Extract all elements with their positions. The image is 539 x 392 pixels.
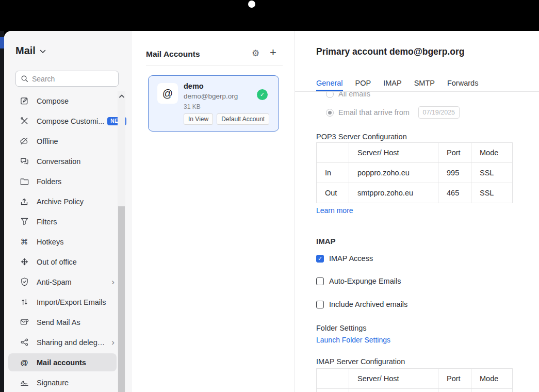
- conversation-icon: [20, 157, 29, 166]
- sidebar-scrollbar[interactable]: [118, 91, 125, 392]
- sidebar-item-label: Hotkeys: [37, 238, 63, 246]
- sidebar-item-compose[interactable]: Compose: [4, 91, 132, 111]
- checkbox-unchecked-icon[interactable]: [316, 277, 324, 285]
- sidebar-item-compose-customization[interactable]: Compose Customi... NEW: [4, 111, 132, 131]
- radio-all-emails[interactable]: All emails: [326, 92, 370, 98]
- filter-icon: [20, 217, 29, 226]
- sidebar-item-anti-spam[interactable]: Anti-Spam ›: [4, 272, 132, 292]
- cell: SSL: [471, 183, 513, 203]
- chevron-down-icon: [40, 50, 46, 54]
- search-icon: [21, 75, 28, 83]
- cell: [317, 389, 349, 392]
- account-size: 31 KB: [184, 103, 201, 110]
- sidebar-item-folders[interactable]: Folders: [4, 171, 132, 191]
- checkbox-label: Include Archived emails: [329, 300, 407, 308]
- imap-config-table: Server/ Host Port Mode: [316, 368, 513, 392]
- sidebar-item-label: Import/Export Emails: [37, 298, 106, 306]
- command-icon: ⌘: [20, 237, 29, 247]
- radio-email-arrive-from[interactable]: Email that arrive from: [326, 106, 460, 119]
- scrollbar-thumb[interactable]: [118, 206, 125, 392]
- sidebar-title[interactable]: Mail: [15, 45, 46, 57]
- header-cell: Port: [438, 369, 471, 389]
- sidebar-item-mail-accounts[interactable]: @ Mail accounts: [4, 352, 132, 372]
- tab-content: All emails Email that arrive from POP3 S…: [295, 92, 539, 392]
- account-badges: In View Default Account: [184, 113, 269, 125]
- header-cell: [317, 143, 349, 163]
- gear-icon[interactable]: ⚙: [252, 48, 259, 59]
- account-card[interactable]: @ demo demo@bgerp.org 31 KB In View Defa…: [148, 75, 279, 132]
- radio-icon[interactable]: [326, 109, 334, 117]
- sidebar-item-label: Send Mail As: [37, 318, 80, 326]
- cell: 995: [438, 163, 471, 183]
- sidebar-item-import-export[interactable]: Import/Export Emails: [4, 292, 132, 312]
- header-cell: Mode: [471, 143, 513, 163]
- sidebar-item-sharing-delegation[interactable]: Sharing and delegation ›: [4, 332, 132, 352]
- checkbox-auto-expunge[interactable]: Auto-Expunge Emails: [316, 277, 401, 285]
- scroll-up-icon[interactable]: [118, 92, 125, 100]
- cell: [349, 389, 438, 392]
- checkbox-label: Auto-Expunge Emails: [329, 277, 401, 285]
- sidebar-item-label: Conversation: [37, 157, 80, 166]
- offline-icon: [20, 137, 29, 146]
- sidebar-item-label: Folders: [37, 177, 61, 186]
- checkbox-checked-icon[interactable]: ✓: [316, 255, 324, 263]
- account-avatar: @: [157, 83, 178, 104]
- tab-pop[interactable]: POP: [355, 79, 371, 91]
- page-title: Primary account demo@bgerp.org: [316, 46, 464, 57]
- sidebar-item-signature[interactable]: Signature: [4, 372, 132, 392]
- sidebar-item-label: Filters: [37, 218, 57, 226]
- imap-server-config-heading: IMAP Server Configuration: [316, 357, 405, 366]
- cell: In: [317, 163, 349, 183]
- tab-general[interactable]: General: [316, 79, 343, 91]
- send-mail-as-icon: [20, 318, 29, 327]
- sidebar-item-send-mail-as[interactable]: Send Mail As: [4, 312, 132, 332]
- sidebar-item-label: Sharing and delegation: [37, 338, 108, 347]
- account-name: demo: [184, 82, 204, 90]
- account-detail-panel: Primary account demo@bgerp.org General P…: [295, 31, 539, 392]
- launch-folder-settings-link[interactable]: Launch Folder Settings: [316, 336, 390, 344]
- tab-forwards[interactable]: Forwards: [447, 79, 478, 91]
- settings-panel: Mail Compose Compose Customi... NEW: [4, 31, 539, 392]
- sidebar-item-label: Signature: [37, 379, 69, 387]
- sidebar-item-label: Compose Customi...: [37, 117, 104, 125]
- sidebar-item-label: Archive Policy: [37, 198, 84, 206]
- mail-accounts-title: Mail Accounts: [146, 50, 200, 59]
- sidebar-item-filters[interactable]: Filters: [4, 211, 132, 232]
- settings-sidebar: Mail Compose Compose Customi... NEW: [4, 31, 132, 392]
- search-input[interactable]: [32, 75, 109, 83]
- pop3-config-heading: POP3 Server Configuration: [316, 133, 407, 141]
- out-of-office-icon: [20, 257, 29, 267]
- table-row: [317, 389, 513, 392]
- sidebar-item-hotkeys[interactable]: ⌘ Hotkeys: [4, 232, 132, 252]
- checkbox-imap-access[interactable]: ✓ IMAP Access: [316, 254, 373, 263]
- folder-settings-label: Folder Settings: [316, 324, 367, 332]
- pop3-config-table: Server/ Host Port Mode In poppro.zoho.eu…: [316, 142, 513, 203]
- cell: 465: [438, 183, 471, 203]
- radio-icon[interactable]: [326, 92, 334, 98]
- imap-heading: IMAP: [316, 237, 336, 246]
- tab-smtp[interactable]: SMTP: [414, 79, 435, 91]
- checkbox-include-archived[interactable]: Include Archived emails: [316, 300, 407, 308]
- account-email: demo@bgerp.org: [184, 92, 238, 100]
- search-box[interactable]: [15, 71, 119, 87]
- sidebar-item-archive-policy[interactable]: Archive Policy: [4, 191, 132, 211]
- tab-imap[interactable]: IMAP: [383, 79, 401, 91]
- table-row: In poppro.zoho.eu 995 SSL: [317, 163, 513, 183]
- date-input[interactable]: [418, 106, 460, 119]
- table-header-row: Server/ Host Port Mode: [317, 369, 513, 389]
- header-cell: [317, 369, 349, 389]
- default-account-badge: Default Account: [217, 113, 269, 125]
- cell: [471, 389, 513, 392]
- add-account-button[interactable]: +: [270, 46, 276, 59]
- radio-label: All emails: [338, 92, 370, 98]
- sidebar-item-label: Mail accounts: [37, 358, 86, 367]
- checkbox-unchecked-icon[interactable]: [316, 301, 324, 308]
- sidebar-item-offline[interactable]: Offline: [4, 131, 132, 151]
- archive-icon: [20, 197, 29, 206]
- learn-more-link[interactable]: Learn more: [316, 206, 353, 215]
- sidebar-item-out-of-office[interactable]: Out of office: [4, 252, 132, 272]
- top-black-bar: [0, 0, 539, 31]
- sidebar-menu: Compose Compose Customi... NEW Offline C…: [4, 91, 132, 392]
- cell: Out: [317, 183, 349, 203]
- sidebar-item-conversation[interactable]: Conversation: [4, 151, 132, 171]
